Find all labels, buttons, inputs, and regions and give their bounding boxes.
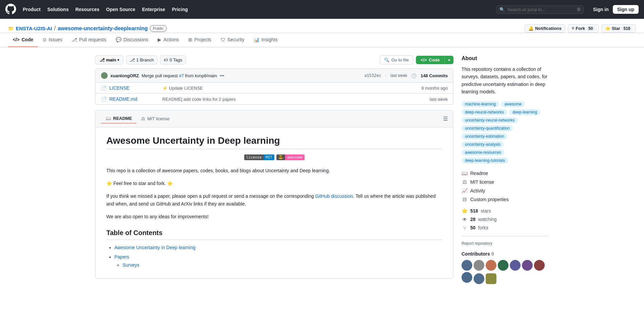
repo-org-link[interactable]: ENSTA-U2IS-AI [16,26,52,31]
projects-tab-icon: ⊞ [188,37,192,42]
contributors-header: Contributors 9 [462,251,549,257]
fork-icon: ⑂ [572,26,574,31]
readme-open-text: We are also open to any ideas for improv… [106,213,442,221]
readme-section: 📖 README ⚖ MIT license ☰ Awesome Uncerta… [95,110,453,279]
report-repository-link[interactable]: Report repository [462,241,492,246]
topic-uncertainty-estimation[interactable]: uncertainty-estimation [462,133,507,139]
file-list: 📄 LICENSE ⚡ Update LICENSE 9 months ago … [95,83,453,105]
sidebar-activity-link[interactable]: 📈 Activity [462,186,549,195]
code-btn-label: Code [429,57,440,62]
topic-tags: machine-learning awesome deep-neural-net… [462,101,549,164]
search-input[interactable] [507,7,574,12]
sidebar-license-link[interactable]: ⚖ MIT license [462,178,549,186]
tab-actions[interactable]: ▶ Actions [153,33,183,47]
badge-awesome-left: 😎 [276,154,285,160]
readme-github-discussion-link[interactable]: GitHub discussion [315,193,353,199]
repo-icon: 📁 [8,26,14,31]
github-logo[interactable] [5,4,16,15]
readme-tab-label: README [113,116,132,121]
tag-count-text: 0 Tags [169,57,182,62]
topic-uncertainty-analysis[interactable]: uncertainty-analysis [462,141,504,147]
nav-opensource[interactable]: Open Source [103,5,138,14]
nav-product[interactable]: Product [20,5,43,14]
contributor-avatar-9[interactable] [474,273,484,284]
code-dropdown-button[interactable]: ▾ [444,56,453,64]
toc-link-2[interactable]: Papers [114,254,129,260]
nav-resources[interactable]: Resources [73,5,102,14]
topic-awesome-resources[interactable]: awesome-resources [462,149,504,155]
watching-label: watching [478,217,497,222]
awesome-badge: 😎 awesome [276,154,305,160]
contributor-avatar-3[interactable] [486,260,496,271]
notifications-button[interactable]: 🔔 Notifications [525,24,565,33]
signup-button[interactable]: Sign up [613,5,639,14]
file-name-readme[interactable]: README.md [109,96,160,102]
readme-intro-rest: papers, codes, books, and blogs about Un… [182,168,330,173]
branch-count-link[interactable]: ⎇ 1 Branch [126,55,157,64]
nav-enterprise[interactable]: Enterprise [139,5,168,14]
contributor-avatar-2[interactable] [474,260,484,271]
tab-issues[interactable]: ⊙ Issues [38,33,67,47]
search-bar[interactable]: 🔍 / [496,5,584,14]
contributor-avatar-1[interactable] [462,260,472,271]
contributor-avatar-4[interactable] [498,260,508,271]
tab-projects[interactable]: ⊞ Projects [183,33,216,47]
eye-sidebar-icon: 👁 [462,217,468,222]
readme-tab-readme[interactable]: 📖 README [101,114,137,124]
code-main-button[interactable]: </> Code [416,56,444,64]
branch-icon: ⎇ [100,57,105,62]
contributor-avatar-7[interactable] [534,260,545,271]
book-sidebar-icon: 📖 [462,170,468,176]
tag-count-link[interactable]: 🏷 0 Tags [160,55,186,64]
topic-uncertainty-quantification[interactable]: uncertainty-quantification [462,125,513,131]
tab-code[interactable]: </> Code [8,33,38,47]
tab-security[interactable]: 🛡 Security [216,33,249,47]
branch-selector[interactable]: ⎇ main ▾ [95,55,123,64]
readme-tab-license[interactable]: ⚖ MIT license [137,114,174,124]
tab-discussions[interactable]: 💬 Discussions [111,33,153,47]
readme-intro-text: This repo is a collection of [106,168,162,173]
contributor-avatar-5[interactable] [510,260,521,271]
sidebar-readme-link[interactable]: 📖 Readme [462,169,549,178]
toc-sublink-1[interactable]: Surveys [122,262,140,268]
license-badge: license MIT [244,154,274,160]
contributor-avatar-10[interactable] [486,273,496,284]
nav-pricing[interactable]: Pricing [169,5,191,14]
topic-deep-neural-networks[interactable]: deep-neural-networks [462,109,507,115]
signin-button[interactable]: Sign in [590,5,611,13]
badge-license-right: MIT [264,154,274,160]
commit-bar: xuanlongORZ Merge pull request #7 from k… [95,69,453,83]
insights-tab-label: Insights [261,37,277,42]
commit-dots-icon[interactable]: ••• [220,73,224,78]
sidebar-license-label: MIT license [470,179,494,185]
contributor-avatar-8[interactable] [462,272,472,283]
discussions-tab-label: Discussions [123,37,149,42]
repo-name-link[interactable]: awesome-uncertainty-deeplearning [58,26,148,32]
bell-icon: 🔔 [528,26,534,31]
tab-pullrequests[interactable]: ⎇ Pull requests [67,33,111,47]
readme-star-note: ⭐ Feel free to star and fork. ⭐ [106,180,442,188]
contributor-avatar-6[interactable] [522,260,533,271]
file-name-license[interactable]: LICENSE [109,85,160,91]
toc-link-1[interactable]: Awesome Uncertainty in Deep learning [114,245,196,250]
nav-solutions[interactable]: Solutions [45,5,71,14]
readme-menu-icon[interactable]: ☰ [443,116,448,122]
insights-tab-icon: 📊 [254,37,259,42]
about-section: About This repository contains a collect… [462,55,549,284]
topic-deep-learning[interactable]: deep-learning [509,109,540,115]
commits-count-link[interactable]: 148 Commits [421,73,448,78]
commit-author-link[interactable]: xuanlongORZ [110,73,139,78]
topic-uncertainty-neural-networks[interactable]: uncertainty-neural-networks [462,117,518,123]
star-button[interactable]: ⭐ Star 518 [601,24,636,33]
fork-label: Fork [576,26,585,31]
readme-toc-title: Table of Contents [106,229,442,240]
sidebar-custom-props-link[interactable]: ⊟ Custom properties [462,195,549,204]
commit-pr-link[interactable]: #7 [179,73,184,78]
topic-deep-learning-tutorials[interactable]: deep-learning-tutorials [462,157,508,164]
topic-awesome[interactable]: awesome [501,101,525,107]
readme-intro-em: awesome [162,168,182,173]
go-to-file-input[interactable]: 🔍 Go to file [380,55,413,64]
tab-insights[interactable]: 📊 Insights [249,33,282,47]
topic-machine-learning[interactable]: machine-learning [462,101,499,107]
fork-button[interactable]: ⑂ Fork 50 [568,24,599,33]
